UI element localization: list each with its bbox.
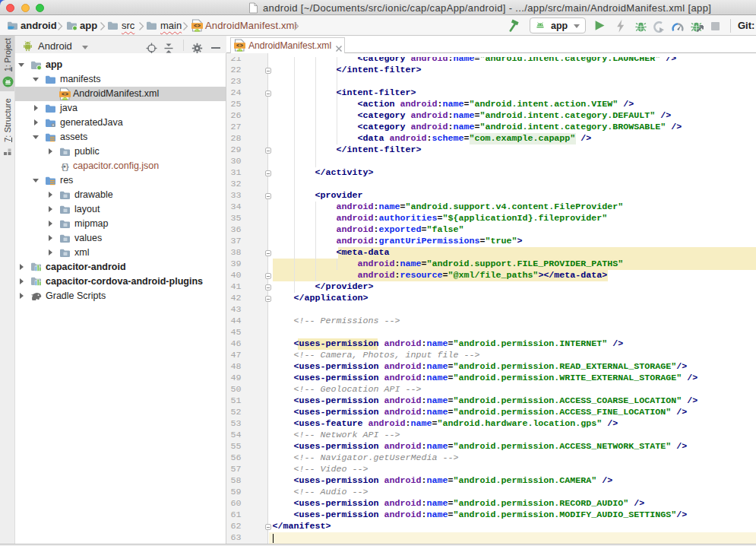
svg-text:<>: <> [62,91,69,97]
svg-text:<>: <> [194,23,201,29]
svg-text:<>: <> [236,43,244,49]
